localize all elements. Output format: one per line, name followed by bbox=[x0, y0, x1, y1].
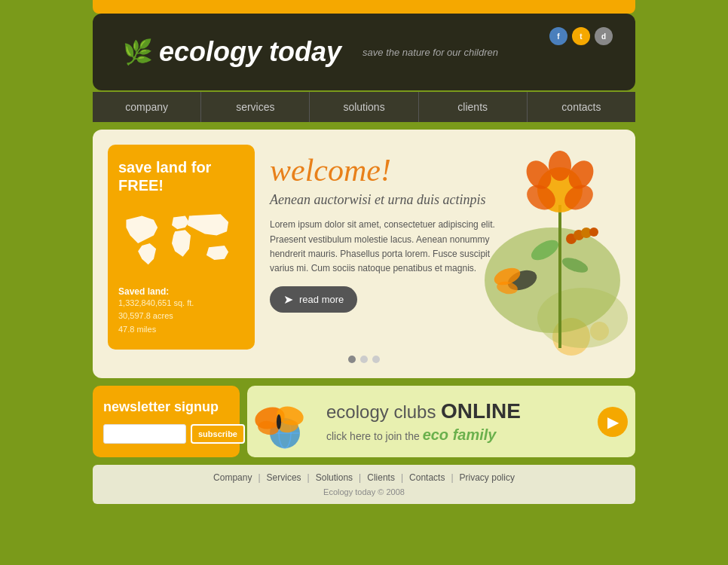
footer-link-solutions[interactable]: Solutions bbox=[316, 472, 353, 483]
arrow-icon: ➤ bbox=[283, 292, 293, 307]
tagline: save the nature for our children bbox=[362, 47, 498, 58]
dot-1[interactable] bbox=[348, 356, 356, 363]
leaf-icon: 🌿 bbox=[123, 38, 153, 66]
save-land-box: save land for FREE! bbox=[108, 145, 255, 350]
save-land-title: save land for FREE! bbox=[118, 158, 244, 194]
nature-illustration bbox=[462, 130, 635, 378]
bottom-section: newsletter signup subscribe bbox=[93, 386, 635, 457]
banner-text-area: ecology clubs ONLINE click here to join … bbox=[315, 388, 598, 455]
nav-item-company[interactable]: company bbox=[93, 92, 201, 122]
footer-sep-5: | bbox=[451, 472, 453, 483]
footer-sep-4: | bbox=[401, 472, 403, 483]
email-input[interactable] bbox=[103, 424, 186, 444]
top-bar bbox=[93, 0, 635, 14]
logo-area: 🌿 ecology today save the nature for our … bbox=[123, 36, 498, 68]
footer-links: Company | Services | Solutions | Clients… bbox=[100, 472, 628, 483]
footer-sep-2: | bbox=[307, 472, 310, 483]
dot-3[interactable] bbox=[372, 356, 380, 363]
newsletter-box: newsletter signup subscribe bbox=[93, 386, 240, 457]
click-here-part1: click here to join the bbox=[326, 430, 423, 442]
subscribe-button[interactable]: subscribe bbox=[191, 424, 245, 444]
nav-item-clients[interactable]: clients bbox=[419, 92, 528, 122]
read-more-button[interactable]: ➤ read more bbox=[270, 286, 357, 313]
newsletter-form: subscribe bbox=[103, 424, 229, 444]
social-btn-digg[interactable]: d bbox=[595, 27, 613, 45]
svg-point-25 bbox=[277, 414, 281, 429]
nav-item-contacts[interactable]: contacts bbox=[528, 92, 635, 122]
next-button[interactable]: ▶ bbox=[598, 407, 628, 437]
nav-item-solutions[interactable]: solutions bbox=[310, 92, 418, 122]
ecology-clubs-part1: ecology clubs bbox=[326, 402, 441, 422]
footer-link-clients[interactable]: Clients bbox=[367, 472, 395, 483]
nav-item-services[interactable]: services bbox=[201, 92, 310, 122]
nav-bar: company services solutions clients conta… bbox=[93, 92, 635, 122]
read-more-label: read more bbox=[299, 294, 344, 305]
social-btn-facebook[interactable]: f bbox=[549, 27, 567, 45]
footer-sep-1: | bbox=[258, 472, 260, 483]
saved-land-label: Saved land: bbox=[118, 286, 244, 297]
footer-link-privacy[interactable]: Privacy policy bbox=[460, 472, 515, 483]
social-icons: f t d bbox=[549, 27, 613, 45]
newsletter-title: newsletter signup bbox=[103, 399, 229, 415]
world-map-icon bbox=[118, 208, 244, 271]
ecology-clubs-online: ONLINE bbox=[441, 399, 521, 423]
ecology-clubs-text: ecology clubs ONLINE bbox=[326, 399, 586, 423]
footer-sep-3: | bbox=[359, 472, 361, 483]
eco-family-text: eco family bbox=[423, 426, 497, 443]
banner-butterfly-icon bbox=[251, 392, 311, 452]
content-inner: save land for FREE! bbox=[108, 145, 620, 350]
header: 🌿 ecology today save the nature for our … bbox=[93, 14, 635, 90]
social-btn-twitter[interactable]: t bbox=[572, 27, 590, 45]
nature-svg bbox=[462, 130, 635, 348]
footer: Company | Services | Solutions | Clients… bbox=[93, 465, 635, 504]
saved-land-values: 1,332,840,651 sq. ft. 30,597.8 acres 47.… bbox=[118, 297, 244, 337]
click-here-text: click here to join the eco family bbox=[326, 426, 586, 444]
svg-point-4 bbox=[549, 151, 571, 181]
footer-link-contacts[interactable]: Contacts bbox=[409, 472, 445, 483]
footer-link-services[interactable]: Services bbox=[267, 472, 301, 483]
ecology-banner[interactable]: ecology clubs ONLINE click here to join … bbox=[247, 386, 635, 457]
page-wrapper: 🌿 ecology today save the nature for our … bbox=[0, 0, 728, 512]
dot-2[interactable] bbox=[360, 356, 368, 363]
svg-point-15 bbox=[589, 228, 598, 237]
main-content: save land for FREE! bbox=[93, 130, 635, 378]
butterfly-area bbox=[247, 392, 315, 452]
site-title: ecology today bbox=[159, 36, 341, 68]
svg-point-1 bbox=[537, 288, 628, 348]
footer-copyright: Ecology today © 2008 bbox=[100, 487, 628, 496]
footer-link-company[interactable]: Company bbox=[213, 472, 252, 483]
